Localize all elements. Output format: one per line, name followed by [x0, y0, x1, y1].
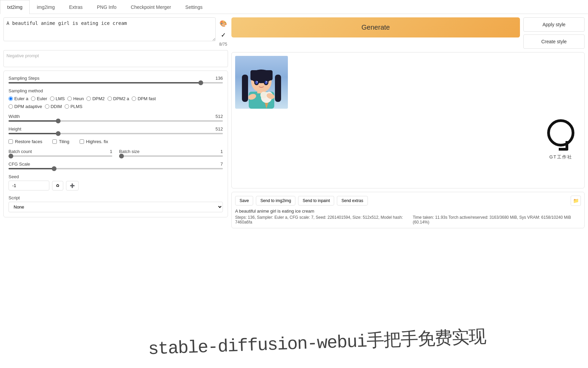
radio-dpm-adaptive[interactable]: DPM adaptive	[9, 104, 42, 109]
tab-settings[interactable]: Settings	[178, 0, 210, 14]
send-extras-button[interactable]: Send extras	[337, 196, 368, 205]
radio-ddim[interactable]: DDIM	[45, 104, 62, 109]
radio-plms[interactable]: PLMS	[65, 104, 82, 109]
image-meta-right: Time taken: 11.93s Torch active/reserved…	[413, 215, 581, 225]
batch-size-section: Batch size 1	[119, 149, 223, 157]
seed-row: Seed ♻ ➕	[9, 174, 223, 190]
restore-faces-label: Restore faces	[15, 139, 42, 144]
seed-random-btn[interactable]: ♻	[52, 181, 63, 190]
send-to-inpaint-button[interactable]: Send to inpaint	[298, 196, 334, 205]
width-row: Width 512	[9, 114, 223, 122]
top-controls: Generate Apply style Create style	[231, 17, 585, 49]
folder-button[interactable]: 📁	[571, 196, 581, 206]
tab-img2img[interactable]: img2img	[30, 0, 62, 14]
radio-dpm2a[interactable]: DPM2 a	[108, 96, 129, 101]
send-to-img2img-button[interactable]: Send to img2img	[256, 196, 295, 205]
tabs: txt2img img2img Extras PNG Info Checkpoi…	[0, 0, 588, 14]
prompt-icons: 🎨 ✓ 8/75	[218, 17, 228, 47]
width-label: Width	[9, 114, 20, 119]
script-select[interactable]: None	[9, 202, 223, 212]
check-icon-btn[interactable]: ✓	[218, 30, 228, 40]
sampling-method-group: Euler a Euler LMS Heun DPM2	[9, 96, 223, 101]
paint-icon: 🎨	[219, 20, 227, 27]
tab-txt2img[interactable]: txt2img	[0, 0, 30, 14]
gt-logo: GT工作社	[547, 119, 574, 160]
batch-count-section: Batch count 1	[9, 149, 112, 157]
image-meta-left: Steps: 136, Sampler: Euler a, CFG scale:…	[235, 215, 413, 225]
save-button[interactable]: Save	[235, 196, 253, 205]
style-buttons-section: Apply style Create style	[523, 17, 585, 49]
image-info-section: Save Send to img2img Send to inpaint Sen…	[231, 192, 585, 228]
batch-row: Batch count 1 Batch size 1	[9, 149, 223, 157]
tab-checkpoint-merger[interactable]: Checkpoint Merger	[124, 0, 178, 14]
radio-lms[interactable]: LMS	[50, 96, 65, 101]
paint-icon-btn[interactable]: 🎨	[218, 19, 228, 28]
svg-rect-7	[250, 70, 273, 80]
highres-fix-label: Highres. fix	[86, 139, 108, 144]
svg-point-11	[265, 81, 267, 84]
token-count: 8/75	[219, 42, 227, 47]
tab-extras[interactable]: Extras	[62, 0, 90, 14]
tab-png-info[interactable]: PNG Info	[90, 0, 124, 14]
height-row: Height 512	[9, 126, 223, 134]
cfg-scale-value: 7	[220, 162, 223, 167]
gt-text: GT工作社	[549, 154, 572, 160]
check-icon: ✓	[221, 31, 226, 39]
negative-prompt-label: Negative prompt	[6, 53, 39, 58]
radio-euler-a[interactable]: Euler a	[9, 96, 28, 101]
width-value: 512	[215, 114, 223, 119]
prompt-input[interactable]: A beautiful anime girl is eating ice cre…	[3, 17, 216, 41]
radio-dpm2[interactable]: DPM2	[86, 96, 104, 101]
anime-image	[235, 56, 288, 109]
cfg-scale-slider[interactable]	[9, 168, 223, 169]
sampling-steps-value: 136	[215, 76, 223, 81]
highres-fix-checkbox[interactable]: Highres. fix	[80, 139, 108, 144]
sampling-steps-slider[interactable]	[9, 82, 223, 83]
checkbox-row: Restore faces Tiling Highres. fix	[9, 139, 223, 144]
create-style-button[interactable]: Create style	[523, 34, 585, 49]
batch-size-label: Batch size	[119, 149, 140, 154]
radio-euler[interactable]: Euler	[31, 96, 47, 101]
script-label: Script	[9, 195, 223, 200]
prompt-section: A beautiful anime girl is eating ice cre…	[3, 17, 228, 47]
generate-section: Generate	[231, 17, 520, 37]
sampling-method-row: Sampling method Euler a Euler LMS Heun	[9, 88, 223, 109]
settings-panel: Sampling Steps 136 Sampling method Euler…	[3, 71, 228, 217]
tiling-label: Tiling	[59, 139, 69, 144]
restore-faces-checkbox[interactable]: Restore faces	[9, 139, 42, 144]
sampling-method-label: Sampling method	[9, 88, 223, 93]
radio-heun[interactable]: Heun	[67, 96, 84, 101]
folder-icon: 📁	[573, 198, 579, 203]
apply-style-button[interactable]: Apply style	[523, 17, 585, 32]
cfg-scale-label: CFG Scale	[9, 162, 30, 167]
batch-size-value: 1	[220, 149, 223, 154]
radio-dpm-fast[interactable]: DPM fast	[132, 96, 156, 101]
watermark: stable-diffusion-webui手把手免费实现	[148, 325, 486, 361]
sampling-method-group-2: DPM adaptive DDIM PLMS	[9, 104, 223, 109]
image-meta-info: Steps: 136, Sampler: Euler a, CFG scale:…	[235, 215, 581, 225]
width-slider[interactable]	[9, 120, 223, 122]
tiling-checkbox[interactable]: Tiling	[52, 139, 69, 144]
batch-size-slider[interactable]	[119, 155, 223, 157]
svg-rect-6	[275, 75, 281, 102]
seed-input[interactable]	[9, 181, 49, 190]
negative-prompt-input[interactable]: Negative prompt	[3, 50, 228, 67]
sampling-steps-row: Sampling Steps 136	[9, 76, 223, 83]
image-action-buttons: Save Send to img2img Send to inpaint Sen…	[235, 196, 581, 206]
left-panel: A beautiful anime girl is eating ice cre…	[3, 17, 228, 228]
svg-point-13	[266, 81, 267, 82]
main-content: A beautiful anime girl is eating ice cre…	[0, 14, 588, 232]
height-slider[interactable]	[9, 133, 223, 134]
cfg-scale-row: CFG Scale 7	[9, 162, 223, 169]
batch-count-slider[interactable]	[9, 155, 112, 157]
seed-extra-btn[interactable]: ➕	[66, 181, 79, 190]
seed-label: Seed	[9, 174, 223, 179]
svg-point-12	[257, 81, 258, 82]
height-value: 512	[215, 126, 223, 132]
batch-count-label: Batch count	[9, 149, 32, 154]
generate-button[interactable]: Generate	[231, 17, 520, 37]
image-prompt-display: A beautiful anime girl is eating ice cre…	[235, 209, 581, 214]
image-display-area	[231, 52, 585, 188]
batch-count-value: 1	[110, 149, 112, 154]
svg-point-10	[255, 81, 258, 84]
